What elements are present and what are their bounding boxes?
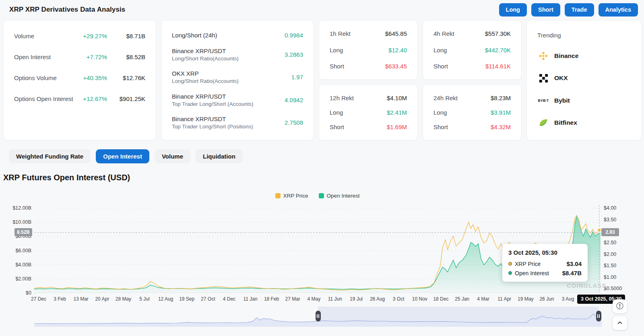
ratio-label-group: Binance XRP/USDTTop Trader Long/Short (A… xyxy=(172,93,254,107)
stat-change: +29.27% xyxy=(83,33,107,39)
rekt-long-label: Long xyxy=(330,47,343,54)
rekt-long-row: Long$3.91M xyxy=(433,109,511,116)
ratio-sublabel: Top Trader Long/Short (Positions) xyxy=(172,124,253,130)
right-axis-crosshair-badge: 2.93 xyxy=(601,228,619,236)
derivatives-dashboard: XRP XRP Derivatives Data Analysis LongSh… xyxy=(0,0,644,336)
chart-tooltip: 3 Oct 2025, 05:30 XRP Price$3.04Open Int… xyxy=(502,244,588,282)
ratio-label: Binance XRP/USDT xyxy=(172,47,239,54)
trending-item-okx[interactable]: OKX xyxy=(537,73,631,83)
rekt-long-value: $12.40 xyxy=(388,47,407,54)
rekt-short-row: Short$4.32M xyxy=(433,124,511,130)
rekt-short-label: Short xyxy=(330,63,344,70)
rekt-long-value: $442.70K xyxy=(485,47,511,54)
ratio-label-group: Long/Short (24h) xyxy=(172,32,217,39)
rekt-short-value: $4.32M xyxy=(491,124,511,130)
rekt-total-value: $557.30K xyxy=(485,30,511,37)
trending-item-binance[interactable]: Binance xyxy=(537,51,631,61)
trending-item-bybit[interactable]: BYBITBybit xyxy=(537,95,631,106)
chart-settings-button[interactable] xyxy=(613,299,627,313)
rekt-long-value: $3.91M xyxy=(491,109,511,116)
tab-weighted-funding-rate[interactable]: Weighted Funding Rate xyxy=(9,149,91,163)
trending-item-label: OKX xyxy=(554,74,568,82)
x-axis-label: 19 Jul xyxy=(350,296,363,302)
tooltip-series-dot xyxy=(508,271,512,275)
trending-card: TrendingBinanceOKXBYBITBybitBitfinex xyxy=(526,20,642,140)
rekt-short-value: $1.69M xyxy=(387,124,407,130)
rekt-long-value: $2.41M xyxy=(387,109,407,116)
tab-volume[interactable]: Volume xyxy=(155,149,190,163)
left-axis-tick: $12.00B xyxy=(0,205,31,211)
x-axis-label: 11 Apr xyxy=(497,296,511,302)
right-axis-tick: $1.00 xyxy=(604,274,616,280)
x-axis-label: 12 Aug xyxy=(158,296,173,302)
chart-legend: XRP PriceOpen Interest xyxy=(34,193,601,199)
rekt-long-row: Long$442.70K xyxy=(433,47,511,54)
x-axis-label: 27 Dec xyxy=(31,296,46,302)
x-axis-label: 11 Jan xyxy=(243,296,257,302)
rekt-short-label: Short xyxy=(433,124,448,130)
chart-title: XRP Futures Open Interest (USD) xyxy=(3,173,644,182)
rekt-long-row: Long$2.41M xyxy=(330,109,407,116)
rekt-total-value: $645.85 xyxy=(385,30,407,37)
x-axis-label: 3 Aug xyxy=(562,296,574,302)
right-axis-tick: $0.5000 xyxy=(604,285,622,292)
rekt-column-2: 4h Rekt$557.30KLong$442.70KShort$114.61K… xyxy=(423,20,522,140)
trending-item-label: Bitfinex xyxy=(554,119,577,126)
legend-item-xrp-price[interactable]: XRP Price xyxy=(275,193,308,199)
right-axis-tick: $4.00 xyxy=(604,205,616,211)
rekt-short-label: Short xyxy=(433,63,448,70)
x-axis-label: 27 Mar xyxy=(285,296,300,302)
ratio-row-1: Binance XRP/USDTLong/Short Ratio(Account… xyxy=(172,47,303,62)
x-axis-label: 13 Mar xyxy=(74,296,89,302)
rekt-total-row: 24h Rekt$8.23M xyxy=(433,95,511,101)
x-axis-label: 26 Aug xyxy=(370,296,385,302)
rekt-long-row: Long$12.40 xyxy=(330,47,407,54)
legend-swatch-icon xyxy=(275,193,281,198)
x-axis-label: 25 Jan xyxy=(455,296,469,302)
tooltip-series-value: $3.04 xyxy=(566,260,582,267)
rekt-total-value: $8.23M xyxy=(491,95,511,101)
rekt-short-row: Short$633.45 xyxy=(330,63,407,70)
tooltip-series-name: Open Interest xyxy=(515,270,549,276)
trending-item-bitfinex[interactable]: Bitfinex xyxy=(537,117,631,128)
bitfinex-icon xyxy=(537,117,549,128)
navigator-left-handle[interactable] xyxy=(316,311,321,322)
bybit-icon: BYBIT xyxy=(537,95,549,106)
left-axis-tick: $4.00B xyxy=(0,262,31,268)
tab-liquidation[interactable]: Liquidation xyxy=(196,149,243,163)
x-axis-label: 18 Feb xyxy=(264,296,279,302)
stat-change: +7.72% xyxy=(87,54,107,60)
header-button-short[interactable]: Short xyxy=(531,3,560,16)
right-axis-tick: $3.50 xyxy=(604,216,616,223)
legend-label: Open Interest xyxy=(327,193,360,199)
binance-icon xyxy=(537,51,549,61)
chevron-up-icon xyxy=(616,319,624,328)
market-stats-card: Volume+29.27%$8.71BOpen Interest+7.72%$8… xyxy=(3,20,156,140)
scroll-to-top-button[interactable] xyxy=(613,316,627,330)
header-buttons: LongShortTradeAnalytics xyxy=(499,3,638,16)
topbar: XRP XRP Derivatives Data Analysis LongSh… xyxy=(0,0,644,19)
x-axis-label: 20 Apr xyxy=(95,296,109,302)
stat-value: $8.52B xyxy=(107,54,145,60)
x-axis-label: 19 May xyxy=(518,296,533,302)
rekt-total-row: 12h Rekt$4.10M xyxy=(330,95,407,101)
ratio-label: Binance XRP/USDT xyxy=(172,93,254,100)
header-button-trade[interactable]: Trade xyxy=(565,3,594,16)
navigator-right-handle[interactable] xyxy=(596,311,601,322)
left-axis-tick: $10.00B xyxy=(0,219,31,225)
left-axis-crosshair-badge: 8.52B xyxy=(14,228,32,236)
tab-open-interest[interactable]: Open Interest xyxy=(96,149,149,163)
legend-item-open-interest[interactable]: Open Interest xyxy=(319,193,360,199)
rekt-card-24h-rekt: 24h Rekt$8.23MLong$3.91MShort$4.32M xyxy=(423,85,522,140)
long-short-ratios-card: Long/Short (24h)0.9984Binance XRP/USDTLo… xyxy=(161,20,314,140)
tooltip-series-dot xyxy=(508,262,512,266)
left-axis-tick: $0 xyxy=(0,290,31,296)
rekt-total-row: 1h Rekt$645.85 xyxy=(330,30,407,37)
x-axis-label: 27 Oct xyxy=(201,296,215,302)
header-button-long[interactable]: Long xyxy=(499,3,527,16)
header-button-analytics[interactable]: Analytics xyxy=(599,3,638,16)
stat-value: $12.76K xyxy=(107,74,145,81)
tooltip-row-xrp-price: XRP Price$3.04 xyxy=(508,260,582,267)
ratio-label-group: Binance XRP/USDTLong/Short Ratio(Account… xyxy=(172,47,239,62)
stat-row-options-open-interest: Options Open Interest+12.67%$901.25K xyxy=(14,95,145,102)
